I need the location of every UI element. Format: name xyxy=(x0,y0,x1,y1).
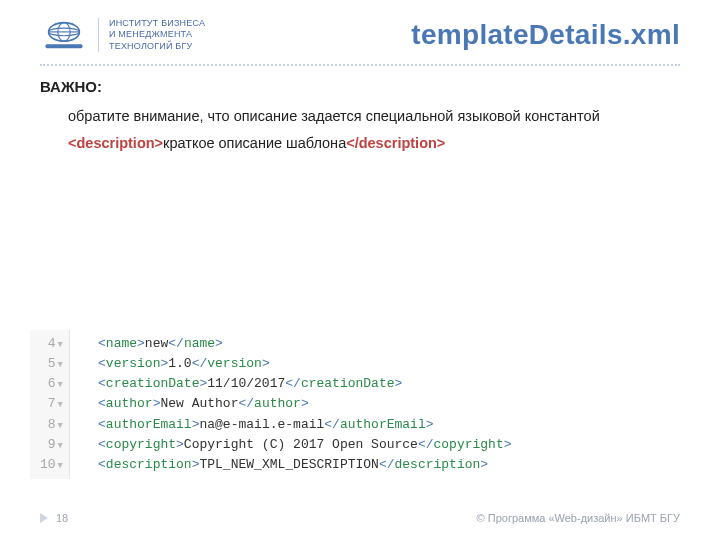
globe-logo-icon xyxy=(40,18,88,52)
page-number: 18 xyxy=(56,512,68,524)
tag-open: <description> xyxy=(68,135,163,151)
code-line: <copyright>Copyright (C) 2017 Open Sourc… xyxy=(98,435,512,455)
line-number: 6▼ xyxy=(40,374,63,394)
line-number: 10▼ xyxy=(40,455,63,475)
tag-close: </description> xyxy=(346,135,445,151)
line-number: 5▼ xyxy=(40,354,63,374)
brand-line-1: ИНСТИТУТ БИЗНЕСА xyxy=(109,18,205,29)
footer-copyright: © Программа «Web-дизайн» ИБМТ БГУ xyxy=(477,512,680,524)
page-number-wrap: 18 xyxy=(40,512,68,524)
code-gutter: 4▼5▼6▼7▼8▼9▼10▼ xyxy=(30,330,70,479)
triangle-icon xyxy=(40,513,48,523)
code-body: <name>new</name><version>1.0</version><c… xyxy=(70,330,512,479)
code-line: <authorEmail>na@e-mail.e-mail</authorEma… xyxy=(98,415,512,435)
brand-line-3: ТЕХНОЛОГИЙ БГУ xyxy=(109,41,205,52)
slide-footer: 18 © Программа «Web-дизайн» ИБМТ БГУ xyxy=(40,512,680,524)
slide-header: ИНСТИТУТ БИЗНЕСА И МЕНЕДЖМЕНТА ТЕХНОЛОГИ… xyxy=(0,0,720,60)
body-paragraph: обратите внимание, что описание задается… xyxy=(40,105,680,127)
code-line: <creationDate>11/10/2017</creationDate> xyxy=(98,374,512,394)
code-line: <author>New Author</author> xyxy=(98,394,512,414)
brand: ИНСТИТУТ БИЗНЕСА И МЕНЕДЖМЕНТА ТЕХНОЛОГИ… xyxy=(40,18,205,52)
important-label: ВАЖНО: xyxy=(40,78,680,95)
code-line: <description>TPL_NEW_XML_DESCRIPTION</de… xyxy=(98,455,512,475)
line-number: 7▼ xyxy=(40,394,63,414)
code-line: <version>1.0</version> xyxy=(98,354,512,374)
line-number: 4▼ xyxy=(40,334,63,354)
svg-rect-4 xyxy=(45,44,82,48)
code-snippet: 4▼5▼6▼7▼8▼9▼10▼ <name>new</name><version… xyxy=(30,330,680,479)
line-number: 9▼ xyxy=(40,435,63,455)
brand-text: ИНСТИТУТ БИЗНЕСА И МЕНЕДЖМЕНТА ТЕХНОЛОГИ… xyxy=(98,18,205,52)
code-line: <name>new</name> xyxy=(98,334,512,354)
slide-title: templateDetails.xml xyxy=(411,19,680,51)
description-example: <description>краткое описание шаблона</d… xyxy=(40,135,680,151)
slide-body: ВАЖНО: обратите внимание, что описание з… xyxy=(0,66,720,151)
brand-line-2: И МЕНЕДЖМЕНТА xyxy=(109,29,205,40)
tag-text: краткое описание шаблона xyxy=(163,135,346,151)
line-number: 8▼ xyxy=(40,415,63,435)
